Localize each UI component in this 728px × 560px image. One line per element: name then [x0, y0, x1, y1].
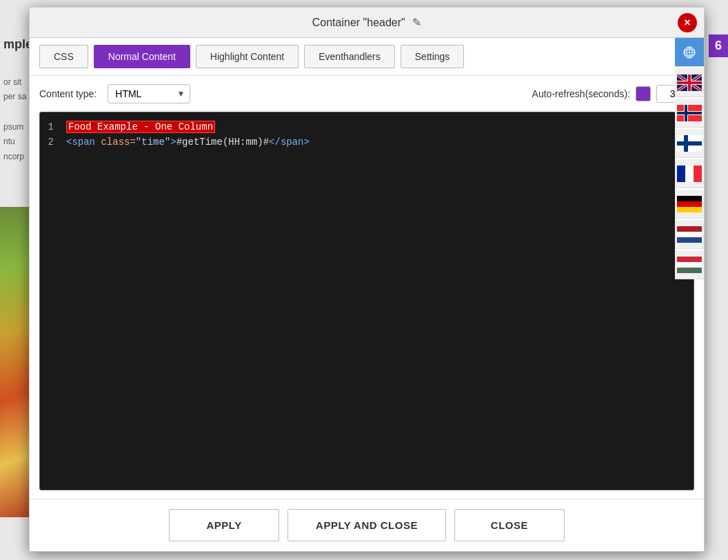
- modal-body: Content type: HTML Text URL ▼ Auto-refre…: [30, 76, 704, 499]
- svg-rect-29: [677, 226, 702, 232]
- gb-flag-icon: [677, 74, 702, 91]
- modal-header: Container "header" ✎ ×: [30, 8, 704, 38]
- svg-rect-25: [694, 166, 702, 182]
- flag-hu-button[interactable]: [675, 250, 704, 279]
- line-number-2: 2: [47, 134, 54, 150]
- code-line-2: <span class="time">#getTime(HH:mm)#</spa…: [66, 134, 688, 150]
- svg-rect-28: [677, 207, 702, 212]
- tab-normal-content[interactable]: Normal Content: [94, 45, 190, 68]
- line-number-1: 1: [47, 119, 54, 134]
- flag-no-button[interactable]: [675, 99, 704, 128]
- fr-flag-icon: [677, 166, 702, 182]
- svg-rect-24: [685, 166, 694, 182]
- flag-fr-button[interactable]: [675, 159, 704, 188]
- un-flag-icon: [677, 44, 702, 61]
- svg-rect-22: [684, 135, 688, 152]
- content-type-select-wrapper: HTML Text URL ▼: [108, 84, 190, 103]
- flags-sidebar: [675, 38, 704, 279]
- flag-gb-button[interactable]: [675, 68, 704, 97]
- svg-rect-18: [677, 112, 702, 114]
- modal-title: Container "header" ✎: [312, 16, 421, 29]
- svg-rect-19: [685, 105, 687, 121]
- content-type-label: Content type:: [39, 88, 97, 99]
- apply-and-close-button[interactable]: APPLY AND CLOSE: [287, 509, 446, 541]
- right-edge-number: 6: [709, 34, 728, 57]
- content-type-select[interactable]: HTML Text URL: [108, 84, 190, 103]
- tab-css[interactable]: CSS: [39, 45, 88, 68]
- tab-settings[interactable]: Settings: [401, 45, 465, 68]
- svg-rect-27: [677, 201, 702, 207]
- tab-eventhandlers[interactable]: Eventhandlers: [304, 45, 395, 68]
- color-swatch[interactable]: [636, 86, 651, 101]
- apply-button[interactable]: APPLY: [169, 509, 279, 541]
- flag-de-button[interactable]: [675, 190, 704, 219]
- modal-container: Container "header" ✎ × CSS Normal Conten…: [29, 7, 705, 552]
- flag-fi-button[interactable]: [675, 129, 704, 158]
- svg-rect-34: [677, 268, 702, 273]
- no-flag-icon: [677, 105, 702, 121]
- edit-icon: ✎: [412, 17, 421, 28]
- code-content-area[interactable]: Food Example - One Column <span class="t…: [61, 119, 694, 483]
- auto-refresh-row: Auto-refresh(seconds):: [532, 85, 694, 103]
- svg-rect-21: [677, 141, 702, 146]
- code-editor[interactable]: 1 2 Food Example - One Column <span clas…: [39, 112, 694, 490]
- code-line-1: Food Example - One Column: [66, 119, 688, 134]
- modal-footer: APPLY APPLY AND CLOSE CLOSE: [30, 499, 704, 551]
- svg-rect-31: [677, 237, 702, 243]
- svg-rect-32: [677, 257, 702, 262]
- flag-nl-button[interactable]: [675, 220, 704, 249]
- tabs-row: CSS Normal Content Highlight Content Eve…: [30, 38, 704, 76]
- flag-un-button[interactable]: [675, 38, 704, 67]
- svg-rect-26: [677, 196, 702, 201]
- fi-flag-icon: [677, 135, 702, 152]
- close-button[interactable]: CLOSE: [454, 509, 565, 541]
- options-row: Content type: HTML Text URL ▼ Auto-refre…: [39, 84, 694, 103]
- selected-code-text: Food Example - One Column: [66, 121, 215, 133]
- hu-flag-icon: [677, 257, 702, 273]
- svg-rect-23: [677, 166, 685, 182]
- svg-rect-33: [677, 262, 702, 268]
- svg-rect-14: [688, 74, 691, 91]
- svg-rect-30: [677, 232, 702, 237]
- tab-highlight-content[interactable]: Highlight Content: [196, 45, 299, 68]
- modal-close-button[interactable]: ×: [678, 13, 697, 32]
- line-numbers: 1 2: [40, 119, 61, 483]
- nl-flag-icon: [677, 226, 702, 243]
- auto-refresh-label: Auto-refresh(seconds):: [532, 88, 630, 99]
- de-flag-icon: [677, 196, 702, 212]
